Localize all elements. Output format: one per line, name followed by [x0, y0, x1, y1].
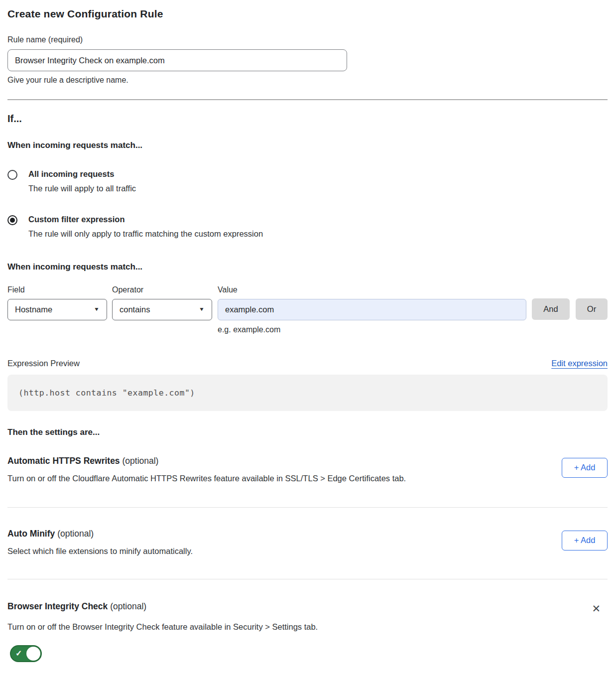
setting-description: Turn on or off the Browser Integrity Che… [7, 622, 608, 632]
operator-select-value: contains [120, 305, 150, 314]
and-button[interactable]: And [532, 298, 570, 320]
rule-name-label: Rule name (required) [7, 35, 608, 44]
setting-optional-tag: (optional) [110, 601, 146, 611]
rule-name-section: Rule name (required) Give your rule a de… [7, 35, 608, 85]
expression-preview-header: Expression Preview Edit expression [7, 359, 608, 368]
setting-auto-minify: Auto Minify (optional) Select which file… [7, 529, 608, 556]
filter-expression-builder: Field Hostname ▼ Operator contains ▼ Val… [7, 285, 608, 334]
radio-custom-filter-expression[interactable]: Custom filter expression The rule will o… [7, 215, 608, 239]
settings-heading: Then the settings are... [7, 427, 608, 437]
match-heading: When incoming requests match... [7, 140, 608, 150]
filter-heading: When incoming requests match... [7, 262, 608, 272]
browser-integrity-check-toggle[interactable]: ✓ [10, 645, 42, 662]
create-configuration-rule-form: Create new Configuration Rule Rule name … [0, 0, 616, 682]
section-divider [7, 507, 608, 508]
expression-preview-label: Expression Preview [7, 359, 80, 368]
request-match-radio-group: All incoming requests The rule will appl… [7, 169, 608, 239]
value-input[interactable] [218, 299, 526, 320]
section-divider [7, 579, 608, 579]
close-icon[interactable]: ✕ [591, 602, 602, 615]
radio-description: The rule will only apply to traffic matc… [28, 229, 263, 239]
add-automatic-https-rewrites-button[interactable]: + Add [562, 458, 608, 478]
if-heading: If... [7, 113, 608, 125]
field-select-value: Hostname [15, 305, 52, 314]
setting-description: Turn on or off the Cloudflare Automatic … [7, 474, 406, 483]
setting-title: Automatic HTTPS Rewrites [7, 456, 120, 466]
setting-optional-tag: (optional) [122, 456, 158, 466]
chevron-down-icon: ▼ [94, 306, 100, 312]
radio-button-icon[interactable] [7, 215, 17, 225]
check-icon: ✓ [15, 649, 22, 658]
setting-title: Browser Integrity Check [7, 601, 108, 611]
value-label: Value [218, 285, 526, 294]
or-button[interactable]: Or [576, 298, 608, 320]
edit-expression-link[interactable]: Edit expression [551, 359, 608, 368]
setting-title: Auto Minify [7, 529, 55, 539]
setting-automatic-https-rewrites: Automatic HTTPS Rewrites (optional) Turn… [7, 456, 608, 483]
chevron-down-icon: ▼ [199, 306, 205, 312]
field-select[interactable]: Hostname ▼ [7, 299, 107, 320]
rule-name-helper: Give your rule a descriptive name. [7, 76, 608, 85]
expression-code: (http.host contains "example.com") [18, 388, 195, 398]
setting-optional-tag: (optional) [57, 529, 94, 539]
radio-button-icon[interactable] [7, 170, 17, 180]
operator-select[interactable]: contains ▼ [112, 299, 212, 320]
operator-label: Operator [112, 285, 212, 294]
radio-all-incoming-requests[interactable]: All incoming requests The rule will appl… [7, 169, 608, 193]
expression-preview-panel: (http.host contains "example.com") [7, 375, 608, 411]
add-auto-minify-button[interactable]: + Add [562, 531, 608, 550]
value-helper: e.g. example.com [218, 325, 526, 334]
section-divider [7, 99, 608, 100]
rule-name-input[interactable] [7, 49, 347, 71]
setting-description: Select which file extensions to minify a… [7, 547, 193, 556]
radio-label: Custom filter expression [28, 215, 263, 225]
radio-label: All incoming requests [28, 169, 136, 179]
toggle-knob[interactable] [26, 647, 40, 661]
radio-description: The rule will apply to all traffic [28, 184, 136, 193]
setting-browser-integrity-check: Browser Integrity Check (optional) ✕ Tur… [7, 601, 608, 662]
page-title: Create new Configuration Rule [7, 8, 608, 20]
field-label: Field [7, 285, 107, 294]
